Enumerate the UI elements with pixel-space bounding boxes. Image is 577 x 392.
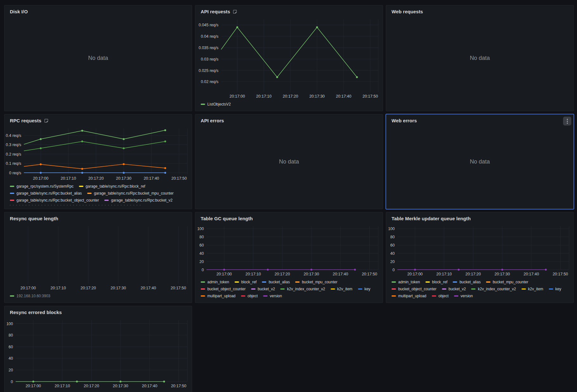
rpc-requests-chart[interactable]: 0.4 req/s0.3 req/s0.2 req/s0.1 req/s0 re… <box>4 125 192 182</box>
legend-label: bucket_object_counter <box>398 287 437 291</box>
panel-description-icon[interactable] <box>44 119 49 123</box>
x-axis-tick-label: 20:17:40 <box>140 286 156 290</box>
panel-header[interactable]: RPC requests <box>4 114 192 125</box>
legend-item[interactable]: bucket_alias <box>453 280 481 284</box>
legend-item[interactable]: k2v_index_counter_v2 <box>280 287 325 291</box>
series-color-marker <box>201 281 205 283</box>
x-axis-tick-label: 20:17:00 <box>407 272 423 276</box>
legend-item[interactable]: garage_table/sync.rs/Rpc:bucket_alias <box>10 191 82 196</box>
legend-item[interactable]: garage_rpc/system.rs/SystemRpc <box>10 184 74 189</box>
legend-label: k2v_index_counter_v2 <box>287 287 325 291</box>
series-point <box>81 168 83 170</box>
panel-description-icon[interactable] <box>233 10 237 14</box>
panel-header[interactable]: API errors <box>195 114 383 125</box>
series-color-marker <box>453 281 457 283</box>
y-axis-tick-label: 60 <box>9 345 13 349</box>
legend-item[interactable]: k2v_item <box>522 287 543 291</box>
resync-errored-chart[interactable]: 10080604020020:17:0020:17:1020:17:2020:1… <box>4 317 192 390</box>
legend-item[interactable]: bucket_mpu_counter <box>486 280 528 284</box>
table-gc-chart[interactable]: 10080604020020:17:0020:17:1020:17:2020:1… <box>195 223 383 278</box>
x-axis-tick-label: 20:17:00 <box>20 286 36 290</box>
series-point <box>163 381 165 382</box>
legend-item[interactable]: ListObjectsV2 <box>201 102 231 106</box>
series-point <box>123 147 125 149</box>
legend-item[interactable]: garage_table/sync.rs/Rpc:bucket_mpu_coun… <box>87 191 173 196</box>
legend-item[interactable]: admin_token <box>392 280 420 284</box>
panel-header[interactable]: Disk I/O <box>4 5 192 16</box>
legend-item[interactable]: bucket_v2 <box>251 287 275 291</box>
x-axis-tick-label: 20:17:30 <box>495 272 510 276</box>
series-color-marker <box>201 288 205 290</box>
legend-label: key <box>365 287 371 291</box>
series-color-marker <box>235 281 239 283</box>
panel-header[interactable]: Web requests <box>386 5 574 16</box>
legend-item[interactable]: key <box>549 287 561 291</box>
x-axis-tick-label: 20:17:40 <box>142 384 157 388</box>
x-axis-tick-label: 20:17:00 <box>26 384 41 388</box>
panel-table-merkle: Table Merkle updater queue length1008060… <box>386 212 574 303</box>
legend-item[interactable]: key <box>358 287 371 291</box>
y-axis-tick-label: 0.03 req/s <box>201 57 218 61</box>
legend-item[interactable]: bucket_object_counter <box>201 287 246 291</box>
panel-header[interactable]: Table Merkle updater queue length <box>386 212 574 223</box>
api-requests-chart[interactable]: 0.045 req/s0.04 req/s0.035 req/s0.03 req… <box>195 16 383 100</box>
series-color-marker <box>262 281 266 283</box>
panel-header[interactable]: Table GC queue length <box>195 212 383 223</box>
legend-label: object <box>438 294 449 298</box>
legend-item[interactable]: block_ref <box>425 280 448 284</box>
legend-item[interactable]: bucket_alias <box>262 280 290 284</box>
legend-item[interactable]: garage_table/sync.rs/Rpc:block_ref <box>79 184 145 189</box>
x-axis-tick-label: 20:17:50 <box>171 176 187 181</box>
legend-item[interactable]: 192.168.10.60:3903 <box>10 294 50 298</box>
panel-header[interactable]: Resync queue length <box>4 212 192 223</box>
panel-header[interactable]: Web errors <box>386 114 574 125</box>
legend-item[interactable]: garage_table/sync.rs/Rpc:bucket_v2 <box>104 198 172 202</box>
legend-item[interactable]: multipart_upload <box>201 294 236 298</box>
resync-queue-chart[interactable]: 20:17:0020:17:1020:17:2020:17:3020:17:40… <box>4 223 192 292</box>
x-axis-tick-label: 20:17:20 <box>81 286 96 290</box>
series-color-marker <box>392 295 396 297</box>
y-axis-tick-label: 20 <box>199 260 204 264</box>
legend-item[interactable]: admin_token <box>201 280 229 284</box>
legend-label: multipart_upload <box>207 294 236 298</box>
y-axis-tick-label: 60 <box>390 243 395 247</box>
series-color-marker <box>392 288 396 290</box>
legend-item[interactable]: bucket_object_counter <box>392 287 437 291</box>
legend-item[interactable]: k2v_item <box>331 287 353 291</box>
series-point <box>545 269 547 271</box>
legend-item[interactable]: k2v_index_counter_v2 <box>471 287 516 291</box>
panel-menu-button[interactable] <box>563 117 571 125</box>
legend-item[interactable]: multipart_upload <box>392 294 426 298</box>
legend-item[interactable]: object <box>241 294 258 298</box>
series-color-marker <box>392 281 396 283</box>
legend-item[interactable]: block_ref <box>235 280 257 284</box>
legend-item[interactable]: garage_table/sync.rs/Rpc:bucket_object_c… <box>10 198 99 202</box>
kebab-dot-icon <box>567 119 568 120</box>
legend-label: k2v_item <box>337 287 353 291</box>
legend-label: bucket_mpu_counter <box>493 280 528 284</box>
series-color-marker <box>471 288 476 290</box>
panel-table-gc: Table GC queue length10080604020020:17:0… <box>195 212 383 303</box>
series-point <box>236 26 238 28</box>
y-axis-tick-label: 40 <box>199 251 204 256</box>
x-axis-tick-label: 20:17:30 <box>113 384 128 388</box>
series-point <box>123 172 125 174</box>
legend-item[interactable]: bucket_v2 <box>442 287 466 291</box>
y-axis-tick-label: 0.035 req/s <box>198 46 218 50</box>
panel-header[interactable]: API requests <box>195 5 383 16</box>
legend-label: garage_table/sync.rs/Rpc:bucket_alias <box>16 191 82 196</box>
series-color-marker <box>10 193 14 194</box>
series-point <box>123 138 125 140</box>
y-axis-tick-label: 0.3 req/s <box>6 143 21 147</box>
panel-api-errors: API errorsNo data <box>195 114 383 209</box>
panel-title: Web requests <box>392 9 423 14</box>
legend-item[interactable]: version <box>454 294 473 298</box>
table-merkle-chart[interactable]: 10080604020020:17:0020:17:1020:17:2020:1… <box>386 223 574 278</box>
panel-header[interactable]: Resync errored blocks <box>4 306 192 317</box>
series-color-marker <box>425 281 430 283</box>
legend-item[interactable]: object <box>432 294 449 298</box>
series-point <box>316 26 318 28</box>
series-point <box>223 269 225 271</box>
legend-item[interactable]: bucket_mpu_counter <box>295 280 337 284</box>
legend-item[interactable]: version <box>263 294 282 298</box>
